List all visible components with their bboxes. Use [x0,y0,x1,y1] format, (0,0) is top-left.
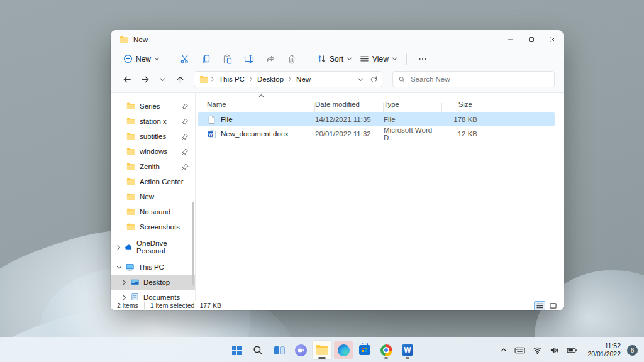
chevron-down-icon [347,56,352,62]
file-explorer-button[interactable] [313,341,331,359]
details-view-toggle[interactable] [534,301,545,310]
file-list-pane: Name Date modified Type Size File 14/12/… [196,93,564,300]
sidebar-item-no-sound[interactable]: No sound [111,204,195,219]
sidebar-item-label: station x [140,118,167,125]
tray-overflow-button[interactable] [498,341,509,359]
large-icons-view-toggle[interactable] [547,301,558,310]
window-title: New [133,36,148,43]
file-date-modified: 14/12/2021 11:35 [315,116,384,123]
sidebar-item-label: subtitles [140,133,166,140]
close-icon [549,36,557,43]
pin-icon [182,148,189,155]
cut-button[interactable] [174,51,196,67]
sidebar-item-action-center[interactable]: Action Center [111,174,195,189]
rename-button[interactable] [238,51,260,67]
sidebar-item-new[interactable]: New [111,189,195,204]
delete-button[interactable] [281,51,303,67]
sort-button[interactable]: Sort [313,52,356,66]
breadcrumb-item-this-pc[interactable]: This PC [216,75,247,83]
touch-keyboard-button[interactable] [512,341,528,359]
desktop-icon [130,278,140,287]
title-bar[interactable]: New [111,30,564,47]
forward-button[interactable] [137,72,152,87]
folder-icon [126,117,135,126]
store-button[interactable] [355,341,374,359]
arrow-right-icon [140,75,150,84]
taskbar: W 11:52 20/01/2022 6 [0,337,644,362]
sidebar-scrollbar[interactable] [192,202,194,285]
chevron-down-icon[interactable] [115,265,123,270]
recent-locations-button[interactable] [155,72,170,87]
minimize-button[interactable] [499,33,521,47]
column-header-date-modified[interactable]: Date modified [315,101,384,108]
back-button[interactable] [119,72,135,87]
file-row-file[interactable]: File 14/12/2021 11:35 File 178 KB [198,112,555,126]
folder-icon [126,132,135,141]
up-button[interactable] [172,72,187,87]
clock[interactable]: 11:52 20/01/2022 [582,342,625,358]
arrow-up-icon [175,75,185,84]
speaker-icon [550,346,559,354]
search-box[interactable] [392,71,555,87]
column-header-type[interactable]: Type [384,101,442,108]
sidebar-item-this-pc[interactable]: This PC [111,260,195,275]
taskbar-search-button[interactable] [248,341,267,359]
more-options-button[interactable] [412,51,433,67]
sidebar-item-windows[interactable]: windows [111,144,195,159]
edge-button[interactable] [334,341,353,359]
sidebar-item-label: Zenith [140,163,160,170]
start-button[interactable] [227,341,246,359]
chrome-button[interactable] [377,341,396,359]
chevron-right-icon[interactable] [115,244,122,250]
battery-button[interactable] [564,341,580,359]
column-header-name[interactable]: Name [207,101,315,108]
sidebar-item-station-x[interactable]: station x [111,114,195,129]
breadcrumb-separator-icon [209,77,216,82]
folder-icon [126,147,135,156]
sidebar-item-label: No sound [140,208,170,216]
toolbar-separator [169,53,169,65]
column-header-size[interactable]: Size [442,101,477,108]
sidebar-item-label: Series [140,102,160,110]
sidebar-item-label: OneDrive - Personal [136,239,195,255]
chevron-right-icon[interactable] [120,295,128,300]
breadcrumb[interactable]: This PC Desktop New [194,71,382,87]
view-button[interactable]: View [356,52,401,66]
breadcrumb-separator-icon [247,77,255,82]
sidebar-item-screenshots[interactable]: Screenshots [111,219,195,234]
notification-badge[interactable]: 6 [627,345,638,356]
maximize-button[interactable] [521,33,542,47]
file-type: Microsoft Word D... [384,126,442,141]
sidebar-item-zenith[interactable]: Zenith [111,159,195,174]
selection-size: 177 KB [199,302,221,309]
paste-button[interactable] [217,51,238,67]
sidebar-item-documents[interactable]: Documents [111,290,195,300]
toolbar-separator [308,53,308,65]
sidebar-item-series[interactable]: Series [111,99,195,114]
status-separator [144,302,145,309]
word-icon: W [402,344,413,356]
word-button[interactable]: W [398,341,417,359]
sidebar-item-desktop[interactable]: Desktop [111,275,195,290]
search-input[interactable] [411,75,549,83]
copy-icon [201,54,211,64]
refresh-icon[interactable] [370,75,378,84]
volume-button[interactable] [547,341,562,359]
copy-button[interactable] [196,51,217,67]
address-dropdown-icon[interactable] [358,77,364,82]
sidebar-item-onedrive[interactable]: OneDrive - Personal [111,239,195,255]
sidebar-item-subtitles[interactable]: subtitles [111,129,195,144]
sidebar-gap [111,255,195,260]
breadcrumb-item-new[interactable]: New [294,75,313,83]
new-button[interactable]: New [119,52,164,66]
share-button[interactable] [260,51,281,67]
task-view-button[interactable] [270,341,289,359]
file-size: 12 KB [442,130,477,138]
breadcrumb-item-desktop[interactable]: Desktop [255,75,286,83]
file-row-new-document[interactable]: New_document.docx 20/01/2022 11:32 Micro… [198,127,555,141]
close-button[interactable] [542,33,564,47]
chat-button[interactable] [291,341,310,359]
network-button[interactable] [530,341,545,359]
chevron-up-icon [501,347,507,353]
chevron-right-icon[interactable] [120,280,128,285]
